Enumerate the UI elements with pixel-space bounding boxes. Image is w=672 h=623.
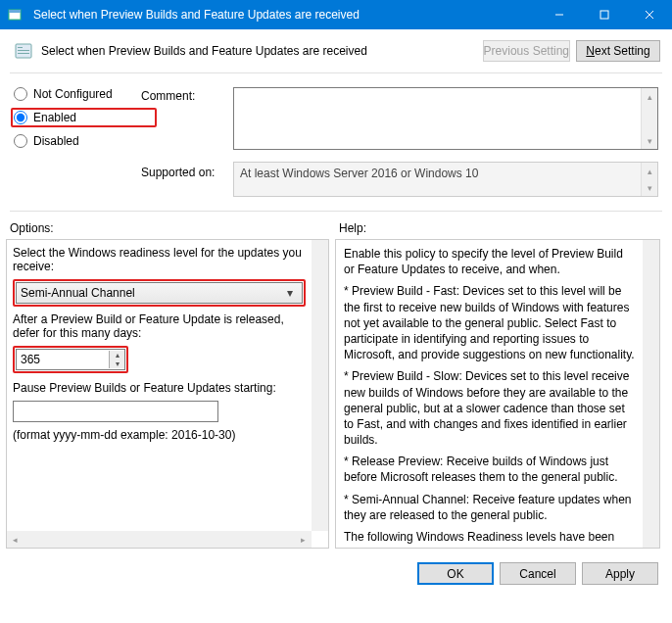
policy-icon [12, 39, 35, 63]
comment-label: Comment: [141, 81, 229, 150]
readiness-prompt: Select the Windows readiness level for t… [13, 246, 306, 273]
help-text: Enable this policy to specify the level … [336, 240, 643, 548]
radio-not-configured[interactable]: Not Configured [14, 87, 131, 101]
apply-button[interactable]: Apply [582, 562, 658, 585]
svg-rect-3 [600, 11, 608, 19]
help-p1: Enable this policy to specify the level … [344, 246, 635, 277]
radio-disabled-input[interactable] [14, 134, 27, 148]
radio-enabled[interactable]: Enabled [14, 111, 131, 124]
ok-button[interactable]: OK [417, 562, 494, 585]
chevron-up-icon[interactable]: ▴ [110, 351, 124, 359]
radio-disabled[interactable]: Disabled [14, 134, 131, 148]
minimize-button[interactable] [537, 0, 582, 29]
svg-rect-9 [18, 53, 29, 54]
readiness-selected-value: Semi-Annual Channel [21, 286, 135, 300]
supported-on-value: At least Windows Server 2016 or Windows … [233, 162, 658, 197]
supported-scrollbar: ▴ ▾ [641, 163, 657, 196]
pause-date-input[interactable] [13, 401, 218, 422]
comment-textarea[interactable]: ▴ ▾ [233, 87, 658, 150]
radio-enabled-input[interactable] [14, 111, 27, 124]
svg-rect-8 [18, 50, 29, 51]
options-vscrollbar[interactable] [312, 240, 328, 531]
pause-prompt: Pause Preview Builds or Feature Updates … [13, 381, 306, 395]
chevron-up-icon: ▴ [642, 163, 657, 179]
defer-prompt: After a Preview Build or Feature Update … [13, 312, 306, 340]
footer: OK Cancel Apply [0, 552, 672, 595]
state-radios: Not Configured Enabled Disabled [14, 81, 131, 197]
radio-not-configured-input[interactable] [14, 87, 27, 101]
spinner-arrows[interactable]: ▴▾ [109, 351, 124, 368]
chevron-down-icon[interactable]: ▾ [642, 132, 657, 149]
close-button[interactable] [627, 0, 672, 29]
defer-days-value: 365 [17, 353, 109, 366]
help-p4: * Release Preview: Receive builds of Win… [344, 454, 635, 485]
header-row: Select when Preview Builds and Feature U… [0, 29, 672, 69]
help-p5: * Semi-Annual Channel: Receive feature u… [344, 492, 635, 523]
chevron-down-icon: ▾ [282, 286, 298, 300]
help-label: Help: [335, 219, 660, 239]
titlebar: Select when Preview Builds and Feature U… [0, 0, 672, 29]
chevron-up-icon[interactable]: ▴ [642, 88, 657, 105]
help-panel: Enable this policy to specify the level … [335, 239, 660, 549]
chevron-left-icon[interactable]: ◂ [7, 531, 24, 548]
app-icon [0, 7, 29, 23]
readiness-dropdown[interactable]: Semi-Annual Channel ▾ [16, 282, 303, 304]
svg-rect-1 [9, 10, 21, 13]
help-p6: The following Windows Readiness levels h… [344, 529, 635, 548]
defer-days-spinner[interactable]: 365 ▴▾ [16, 349, 125, 370]
options-label: Options: [6, 219, 329, 239]
next-mnemonic: N [586, 44, 595, 58]
previous-setting-button: Previous Setting [483, 40, 570, 62]
svg-rect-7 [18, 47, 23, 48]
cancel-button[interactable]: Cancel [500, 562, 576, 585]
help-p3: * Preview Build - Slow: Devices set to t… [344, 368, 635, 448]
options-hscrollbar[interactable]: ◂ ▸ [7, 531, 312, 548]
window-title: Select when Preview Builds and Feature U… [29, 8, 537, 22]
chevron-down-icon[interactable]: ▾ [110, 359, 124, 368]
maximize-button[interactable] [582, 0, 627, 29]
radio-disabled-label: Disabled [33, 134, 79, 148]
header-title: Select when Preview Builds and Feature U… [41, 44, 477, 58]
help-p2: * Preview Build - Fast: Devices set to t… [344, 283, 635, 362]
chevron-right-icon[interactable]: ▸ [295, 531, 312, 548]
radio-not-configured-label: Not Configured [33, 87, 113, 101]
format-hint: (format yyyy-mm-dd example: 2016-10-30) [13, 428, 306, 442]
help-vscrollbar[interactable] [643, 240, 659, 548]
comment-scrollbar[interactable]: ▴ ▾ [641, 88, 657, 149]
options-panel: Select the Windows readiness level for t… [6, 239, 329, 549]
supported-text: At least Windows Server 2016 or Windows … [240, 167, 478, 180]
chevron-down-icon: ▾ [642, 179, 657, 196]
next-setting-button[interactable]: Next Setting [576, 40, 660, 62]
radio-enabled-label: Enabled [33, 111, 76, 124]
supported-label: Supported on: [141, 154, 229, 197]
